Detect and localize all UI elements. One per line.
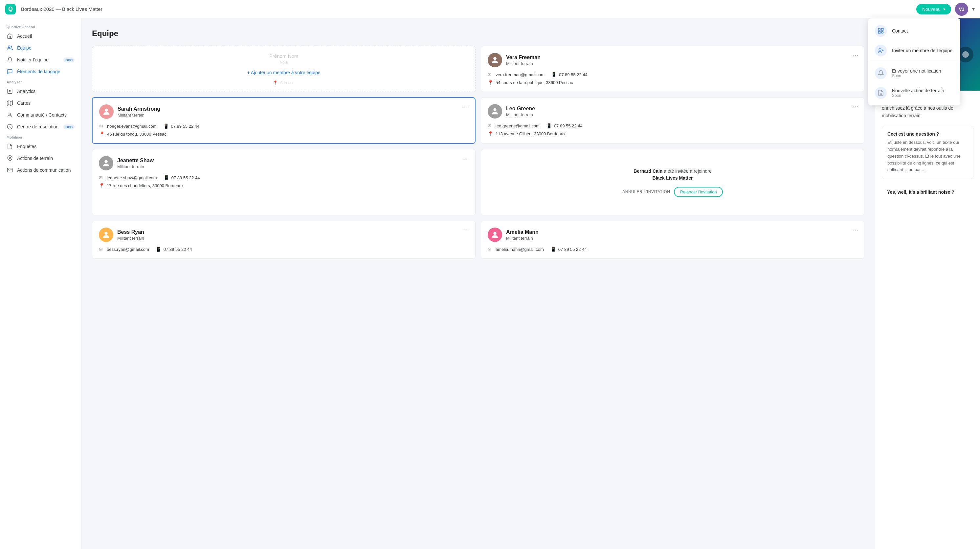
svg-point-15 — [105, 160, 107, 163]
analytics-icon — [6, 88, 13, 95]
add-member-link[interactable]: + Ajouter un membre à votre équipe — [247, 70, 321, 75]
elements-icon — [6, 68, 13, 75]
sarah-phone: 07 89 55 22 44 — [171, 124, 200, 129]
dropdown-item-invite[interactable]: Inviter un membre de l'équipe — [868, 41, 960, 60]
add-link-text: + Ajouter un membre à votre équipe — [247, 70, 321, 75]
sidebar-item-actions-com[interactable]: Actions de communication — [0, 164, 81, 176]
dropdown-action-content: Nouvelle action de terrain Soon — [892, 88, 944, 98]
sarah-card-header: Sarah Armstrong Militant terrain — [99, 104, 468, 119]
svg-point-17 — [493, 232, 496, 235]
amelia-more-button[interactable]: ⋯ — [851, 225, 860, 235]
vera-role: Militant terrain — [506, 61, 541, 66]
jeanette-phone-row: 📱 07 89 55 22 44 — [164, 175, 200, 180]
dropdown-action-soon: Soon — [892, 93, 944, 98]
sidebar-item-actions-terrain[interactable]: Actions de terrain — [0, 152, 81, 164]
sarah-phone-row: 📱 07 89 55 22 44 — [163, 124, 200, 129]
sidebar-item-communaute[interactable]: Communauté / Contacts — [0, 109, 81, 121]
vera-details: ✉ vera.freeman@gmail.com 📱 07 89 55 22 4… — [488, 72, 858, 85]
dropdown-notification-label: Envoyer une notification — [892, 68, 941, 73]
vera-more-button[interactable]: ⋯ — [851, 50, 860, 60]
dropdown-divider — [868, 62, 960, 62]
location-icon: 📍 — [488, 80, 493, 85]
amelia-name: Amelia Mann — [506, 229, 539, 235]
centre-label: Centre de résolution — [17, 124, 59, 129]
header-title: Bordeaux 2020 — Black Lives Matter — [21, 6, 102, 12]
user-avatar-button[interactable]: VJ — [955, 3, 968, 16]
logo-letter: Q — [8, 6, 13, 13]
terrain-icon — [6, 155, 13, 162]
email-icon: ✉ — [99, 247, 104, 252]
svg-point-9 — [9, 113, 11, 115]
member-card-jeanette: ⋯ Jeanette Shaw Militant terrain — [92, 149, 476, 215]
sidebar-item-cartes[interactable]: Cartes — [0, 97, 81, 109]
header-chevron-icon[interactable]: ▾ — [972, 6, 975, 12]
bess-details: ✉ bess.ryan@gmail.com 📱 07 89 55 22 44 — [99, 247, 469, 252]
jeanette-email-row: ✉ jeanette.shaw@gmail.com — [99, 175, 157, 180]
survey-icon — [6, 143, 13, 150]
vera-phone: 07 89 55 22 44 — [559, 72, 587, 77]
svg-point-14 — [493, 108, 496, 111]
location-icon: 📍 — [99, 183, 104, 188]
leo-more-button[interactable]: ⋯ — [851, 102, 860, 111]
header-actions: Nouveau ▾ VJ ▾ — [916, 3, 975, 16]
logo: Q — [5, 4, 16, 14]
sidebar-item-centre[interactable]: Centre de résolution soon — [0, 121, 81, 133]
bess-more-button[interactable]: ⋯ — [463, 225, 471, 235]
bess-name: Bess Ryan — [117, 229, 144, 235]
add-member-card[interactable]: Prénom Nom Rôle + Ajouter un membre à vo… — [92, 46, 476, 92]
bess-role: Militant terrain — [117, 236, 144, 241]
sidebar-item-enquetes[interactable]: Enquêtes — [0, 140, 81, 152]
sarah-more-button[interactable]: ⋯ — [462, 102, 471, 111]
accueil-label: Accueil — [17, 33, 32, 39]
svg-point-13 — [105, 109, 108, 111]
cancel-invitation-button[interactable]: ANNULER L'INVITATION — [622, 187, 670, 197]
location-placeholder-icon: 📍 — [273, 80, 278, 85]
cartes-label: Cartes — [17, 100, 30, 106]
nouveau-button[interactable]: Nouveau ▾ — [916, 4, 951, 14]
notification-icon — [875, 67, 887, 79]
leo-phone: 07 89 55 22 44 — [554, 124, 582, 128]
dropdown-item-notification[interactable]: Envoyer une notification Soon — [868, 64, 960, 83]
app-shell: Quartier Général Accueil Équipe — [0, 0, 980, 549]
sidebar-item-accueil[interactable]: Accueil — [0, 30, 81, 42]
jeanette-phone: 07 89 55 22 44 — [172, 175, 200, 180]
add-card-placeholder-role: Rôle — [280, 60, 288, 65]
resolution-icon — [6, 124, 13, 130]
dropdown-item-contact[interactable]: Contact — [868, 21, 960, 41]
vera-card-header: Vera Freeman Militant terrain — [488, 53, 858, 67]
jeanette-more-button[interactable]: ⋯ — [463, 153, 471, 163]
invitation-text: Bernard Cain a été invitée à rejoindre B… — [633, 168, 711, 181]
vera-phone-row: 📱 07 89 55 22 44 — [551, 72, 587, 77]
action-icon — [875, 87, 887, 99]
member-card-vera: ⋯ Vera Freeman Militant terrain — [481, 46, 864, 92]
jeanette-contact-pair: ✉ jeanette.shaw@gmail.com 📱 07 89 55 22 … — [99, 175, 469, 180]
svg-point-1 — [879, 48, 881, 51]
phone-icon: 📱 — [551, 72, 556, 77]
leo-address: 113 avenue Gilbert, 33000 Bordeaux — [496, 131, 566, 136]
elements-label: Éléments de langage — [17, 69, 60, 74]
home-icon — [6, 33, 13, 40]
sidebar-item-analytics[interactable]: Analytics — [0, 85, 81, 97]
svg-rect-0 — [878, 29, 880, 30]
page-title: Equipe — [92, 29, 864, 38]
sidebar-item-equipe[interactable]: Équipe — [0, 42, 81, 54]
leo-card-header: Leo Greene Militant terrain — [488, 104, 858, 119]
leo-info: Leo Greene Militant terrain — [506, 106, 535, 117]
team-cards-grid: Prénom Nom Rôle + Ajouter un membre à vo… — [92, 46, 864, 259]
sarah-role: Militant terrain — [118, 113, 160, 118]
bess-email: bess.ryan@gmail.com — [107, 247, 149, 252]
sidebar-item-notifier[interactable]: Notifier l'équipe soon — [0, 54, 81, 66]
jeanette-address: 17 rue des chandeliers, 33000 Bordeaux — [107, 183, 184, 188]
sarah-address: 45 rue du tondu, 33600 Pessac — [107, 132, 167, 137]
amelia-email-row: ✉ amelia.mann@gmail.com — [488, 247, 544, 252]
dropdown-item-action[interactable]: Nouvelle action de terrain Soon — [868, 83, 960, 103]
jeanette-info: Jeanette Shaw Militant terrain — [117, 158, 154, 169]
bess-email-row: ✉ bess.ryan@gmail.com — [99, 247, 149, 252]
sarah-details: ✉ hoeger.evans@gmail.com 📱 07 89 55 22 4… — [99, 124, 468, 137]
qa-card-0: Ceci est une question ? Et juste en dess… — [882, 126, 974, 179]
sidebar-item-elements[interactable]: Éléments de langage — [0, 66, 81, 78]
relancer-invitation-button[interactable]: Relancer l'invitation — [674, 187, 722, 197]
qa-question-2: Yes, well, it's a brilliant noise ? — [882, 184, 974, 200]
sarah-address-row: 📍 45 rue du tondu, 33600 Pessac — [99, 131, 468, 137]
bess-info: Bess Ryan Militant terrain — [117, 229, 144, 241]
